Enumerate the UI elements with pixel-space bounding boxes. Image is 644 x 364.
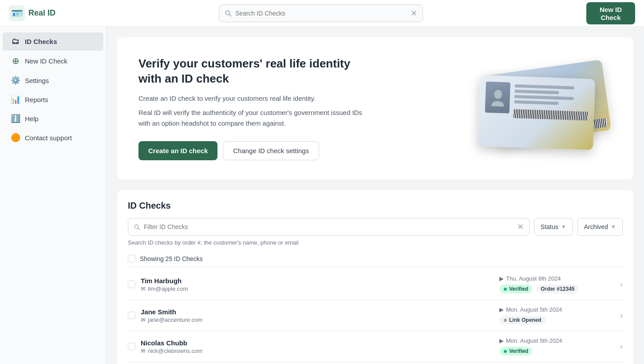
archived-label: Archived xyxy=(584,223,608,230)
id-line-2 xyxy=(514,90,559,94)
row-meta-0: ▶ Thu. August 8th 2024 Verified Order #1… xyxy=(499,275,615,293)
flag-icon-0: ▶ xyxy=(499,275,504,282)
svg-line-3 xyxy=(229,14,231,16)
row-date-0: ▶ Thu. August 8th 2024 xyxy=(499,275,561,282)
row-badges-0: Verified Order #12345 xyxy=(499,285,579,293)
row-badges-1: Link Opened xyxy=(499,316,546,324)
select-all-row: Showing 25 ID Checks xyxy=(128,252,623,267)
row-email-1: ✉ jane@accenture.com xyxy=(141,317,494,323)
row-arrow-1: › xyxy=(620,311,623,320)
sidebar: 🗂 ID Checks ⊕ New ID Check ⚙️ Settings 📊… xyxy=(0,27,107,364)
help-icon: ℹ️ xyxy=(11,114,20,123)
row-meta-2: ▶ Mon. August 5th 2024 Verified xyxy=(499,337,615,356)
row-email-0: ✉ tim@apple.com xyxy=(141,285,494,292)
global-search-bar[interactable]: ✕ xyxy=(219,4,423,22)
hero-desc1: Create an ID check to verify your custom… xyxy=(138,93,369,104)
id-checks-section: ID Checks ✕ Status ▼ Archived ▼ xyxy=(117,190,633,364)
id-card-front xyxy=(478,75,595,150)
hero-card: Verify your customers' real life identit… xyxy=(117,37,633,179)
sidebar-label-settings: Settings xyxy=(25,77,49,84)
verified-badge-0: Verified xyxy=(499,285,533,293)
link-dot-1 xyxy=(504,319,507,322)
sidebar-label-reports: Reports xyxy=(25,96,48,103)
id-line-3 xyxy=(514,95,574,100)
new-id-check-icon: ⊕ xyxy=(11,55,20,66)
main-content: Verify your customers' real life identit… xyxy=(107,27,644,364)
contact-support-icon: 🟠 xyxy=(11,133,20,142)
logo: 🪪 Real ID xyxy=(9,5,55,21)
id-checks-title: ID Checks xyxy=(128,201,623,211)
flag-icon-2: ▶ xyxy=(499,337,504,344)
hero-desc2: Real ID will verify the authenticity of … xyxy=(138,107,369,129)
archived-filter-button[interactable]: Archived ▼ xyxy=(577,218,623,236)
row-checkbox-2[interactable] xyxy=(128,343,135,350)
row-name-0: Tim Harbugh xyxy=(141,277,494,285)
sidebar-label-new-id-check: New ID Check xyxy=(25,57,67,65)
hero-actions: Create an ID check Change ID check setti… xyxy=(138,141,369,160)
status-filter-button[interactable]: Status ▼ xyxy=(534,218,573,236)
status-chevron-icon: ▼ xyxy=(561,224,566,230)
filter-hint: Search ID checks by order #, the custome… xyxy=(128,239,623,246)
sidebar-item-new-id-check[interactable]: ⊕ New ID Check xyxy=(3,51,103,71)
create-id-check-button[interactable]: Create an ID check xyxy=(138,141,217,160)
logo-text: Real ID xyxy=(28,8,55,18)
table-row[interactable]: Tim Harbugh ✉ tim@apple.com ▶ Thu. Augus… xyxy=(128,269,623,300)
logo-icon: 🪪 xyxy=(9,5,25,21)
svg-point-5 xyxy=(491,101,504,107)
row-arrow-0: › xyxy=(620,280,623,289)
row-info-2: Nicolas Chubb ✉ nick@clebrowns.com xyxy=(141,339,494,354)
clear-search-icon[interactable]: ✕ xyxy=(411,8,417,18)
id-card-illustration xyxy=(470,55,612,162)
svg-text:🪪: 🪪 xyxy=(11,8,24,20)
table-row[interactable]: Nicolas Chubb ✉ nick@clebrowns.com ▶ Mon… xyxy=(128,331,623,362)
verified-dot-0 xyxy=(504,288,507,291)
row-badges-2: Verified xyxy=(499,347,533,356)
filter-search-icon xyxy=(134,224,140,230)
sidebar-item-id-checks[interactable]: 🗂 ID Checks xyxy=(3,32,103,51)
table-row[interactable]: Jane Smith ✉ jane@accenture.com ▶ Mon. A… xyxy=(128,300,623,331)
global-search-input[interactable] xyxy=(235,10,407,17)
id-line-4 xyxy=(514,100,558,105)
change-settings-button[interactable]: Change ID check settings xyxy=(223,141,319,160)
row-date-2: ▶ Mon. August 5th 2024 xyxy=(499,337,562,344)
id-line-1 xyxy=(515,84,574,90)
email-icon-0: ✉ xyxy=(141,285,146,292)
row-name-2: Nicolas Chubb xyxy=(141,339,494,347)
id-checks-icon: 🗂 xyxy=(11,37,20,46)
row-info-1: Jane Smith ✉ jane@accenture.com xyxy=(141,308,494,323)
row-arrow-2: › xyxy=(620,342,623,351)
filter-input[interactable] xyxy=(144,223,514,230)
hero-content: Verify your customers' real life identit… xyxy=(138,56,369,161)
sidebar-label-help: Help xyxy=(25,115,39,123)
status-label: Status xyxy=(541,223,558,230)
id-photo-placeholder xyxy=(485,82,510,114)
settings-icon: ⚙️ xyxy=(11,75,20,85)
sidebar-item-settings[interactable]: ⚙️ Settings xyxy=(3,71,103,90)
sidebar-item-help[interactable]: ℹ️ Help xyxy=(3,109,103,128)
new-id-check-button[interactable]: New ID Check xyxy=(586,2,635,24)
row-date-1: ▶ Mon. August 5th 2024 xyxy=(499,306,562,313)
hero-title: Verify your customers' real life identit… xyxy=(138,56,369,87)
id-barcode xyxy=(514,109,588,121)
filter-clear-icon[interactable]: ✕ xyxy=(517,222,524,232)
row-checkbox-0[interactable] xyxy=(128,281,135,288)
sidebar-label-contact-support: Contact support xyxy=(25,134,72,142)
sidebar-item-contact-support[interactable]: 🟠 Contact support xyxy=(3,128,103,147)
search-icon xyxy=(225,10,232,17)
showing-count: Showing 25 ID Checks xyxy=(140,255,203,262)
sidebar-label-id-checks: ID Checks xyxy=(25,38,57,45)
svg-point-4 xyxy=(494,90,502,99)
email-icon-1: ✉ xyxy=(141,317,146,323)
order-badge-0: Order #12345 xyxy=(536,285,579,293)
id-lines xyxy=(513,83,589,144)
filter-row: ✕ Status ▼ Archived ▼ xyxy=(128,218,623,236)
row-email-2: ✉ nick@clebrowns.com xyxy=(141,348,494,354)
row-checkbox-1[interactable] xyxy=(128,312,135,319)
svg-line-7 xyxy=(138,228,140,229)
flag-icon-1: ▶ xyxy=(499,306,504,313)
sidebar-item-reports[interactable]: 📊 Reports xyxy=(3,90,103,109)
link-badge-1: Link Opened xyxy=(499,316,546,324)
select-all-checkbox[interactable] xyxy=(128,255,135,262)
filter-input-wrapper[interactable]: ✕ xyxy=(128,218,529,236)
archived-chevron-icon: ▼ xyxy=(611,224,616,230)
